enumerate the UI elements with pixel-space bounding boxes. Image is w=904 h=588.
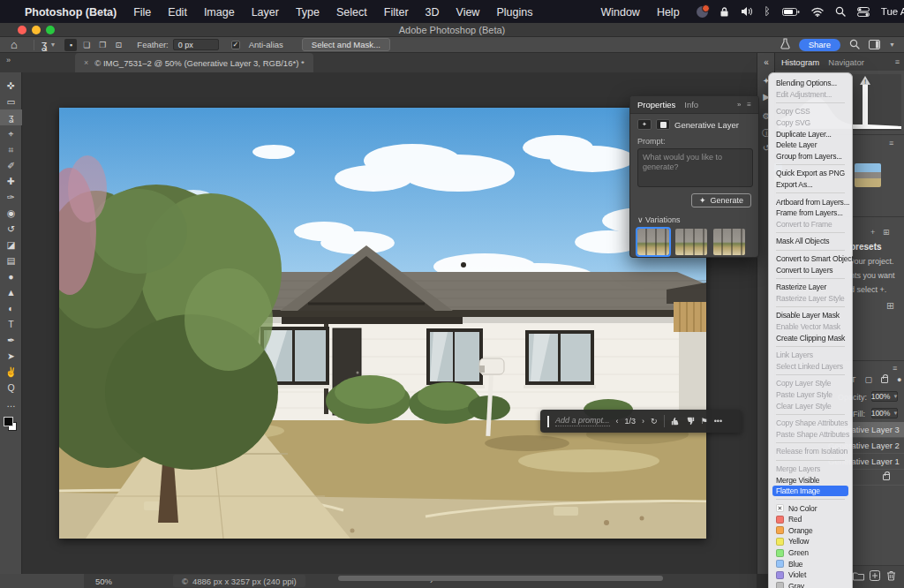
menu-type[interactable]: Type <box>296 6 320 19</box>
variation-thumb-1[interactable] <box>637 229 669 255</box>
lasso-tool-preset-icon[interactable]: ʓ <box>41 39 48 51</box>
crop-tool[interactable]: ⌗ <box>0 141 22 157</box>
spot-healing-tool[interactable]: ✚ <box>0 173 22 189</box>
share-button[interactable]: Share <box>799 39 840 51</box>
document-tab[interactable]: × © IMG_7531–2 @ 50% (Generative Layer 3… <box>75 53 313 72</box>
menu-edit[interactable]: Edit <box>168 6 187 19</box>
layers-panel-menu-icon[interactable]: ≡ <box>893 364 897 373</box>
clone-stamp-tool[interactable]: ◉ <box>0 205 22 221</box>
history-brush-tool[interactable]: ↺ <box>0 221 22 237</box>
tab-navigator[interactable]: Navigator <box>828 57 864 67</box>
menu-help[interactable]: Help <box>657 6 680 19</box>
zoom-tool[interactable]: Q <box>0 380 22 396</box>
hand-tool[interactable]: ✌ <box>0 364 22 380</box>
tab-histogram[interactable]: Histogram <box>781 57 819 67</box>
lasso-tool[interactable]: ʓ <box>0 109 22 125</box>
panel-menu-icon[interactable]: ≡ <box>747 101 751 109</box>
beaker-icon[interactable] <box>780 37 790 53</box>
menu-item-convert-to-smart-object[interactable]: Convert to Smart Object <box>769 253 852 265</box>
add-preset-icon[interactable]: + <box>870 228 875 237</box>
menu-item-mask-all-objects[interactable]: Mask All Objects <box>769 236 852 247</box>
new-selection-mode[interactable]: ▪ <box>64 39 77 51</box>
filter-dot-icon[interactable]: ● <box>897 375 901 384</box>
volume-icon[interactable] <box>741 6 753 17</box>
blur-tool[interactable]: ● <box>0 268 22 284</box>
feather-input[interactable]: 0 px <box>173 39 219 50</box>
grid-view-icon[interactable]: ⊞ <box>886 300 894 312</box>
eraser-tool[interactable]: ◪ <box>0 237 22 253</box>
select-and-mask-button[interactable]: Select and Mask... <box>302 38 390 51</box>
bluetooth-icon[interactable]: ᛒ <box>765 5 771 18</box>
horizontal-scrollbar[interactable] <box>338 576 663 581</box>
tag-violet[interactable]: Violet <box>769 569 852 581</box>
intersect-selection-mode[interactable]: ⊡ <box>112 39 124 51</box>
filter-shape-icon[interactable]: ▢ <box>865 375 873 384</box>
spotlight-search-icon[interactable] <box>835 6 846 17</box>
chevron-down-icon[interactable]: ▼ <box>889 41 895 48</box>
menu-plugins[interactable]: Plugins <box>496 6 532 19</box>
tab-info[interactable]: Info <box>684 100 698 109</box>
foreground-background-colors[interactable] <box>0 415 22 434</box>
close-tab-icon[interactable]: × <box>84 58 88 67</box>
thumbs-down-icon[interactable] <box>686 417 695 426</box>
brush-tool[interactable]: ✑ <box>0 189 22 205</box>
filter-lock-icon[interactable] <box>881 377 888 383</box>
menu-item-rasterize-layer[interactable]: Rasterize Layer <box>769 282 852 293</box>
tag-orange[interactable]: Orange <box>769 525 852 537</box>
tag-green[interactable]: Green <box>769 547 852 559</box>
menu-item-disable-layer-mask[interactable]: Disable Layer Mask <box>769 310 852 321</box>
generative-prompt-textarea[interactable]: What would you like to generate? <box>637 148 753 187</box>
menu-item-flatten-image[interactable]: Flatten Image <box>772 486 848 497</box>
menu-item-group-from-layers[interactable]: Group from Layers... <box>769 151 852 162</box>
chevron-down-icon[interactable]: ▼ <box>49 41 56 48</box>
home-icon[interactable]: ⌂ <box>11 38 18 51</box>
foreground-color-swatch[interactable] <box>4 417 13 426</box>
grid-view-icon[interactable]: ⊞ <box>883 228 890 237</box>
panels-collapse-icon[interactable]: « <box>757 57 775 67</box>
subtract-selection-mode[interactable]: ❐ <box>96 39 109 51</box>
gradient-tool[interactable]: ▤ <box>0 253 22 268</box>
menu-image[interactable]: Image <box>204 6 235 19</box>
menu-layer[interactable]: Layer <box>252 6 279 19</box>
thumbs-up-icon[interactable] <box>671 417 680 426</box>
pen-tool[interactable]: ✒ <box>0 332 22 348</box>
generate-button[interactable]: ✦ Generate <box>691 193 751 207</box>
lock-status-icon[interactable] <box>719 6 729 18</box>
tab-properties[interactable]: Properties <box>637 100 675 109</box>
report-flag-icon[interactable]: ⚑ <box>701 417 708 426</box>
library-thumbnail[interactable] <box>855 163 881 187</box>
path-selection-tool[interactable]: ➤ <box>0 348 22 364</box>
tag-no-color[interactable]: ✕ No Color <box>769 502 852 514</box>
marquee-tool[interactable]: ▭ <box>0 94 22 109</box>
regenerate-icon[interactable]: ↻ <box>651 417 658 426</box>
menu-3d[interactable]: 3D <box>426 6 440 19</box>
eyedropper-tool[interactable]: ✐ <box>0 157 22 173</box>
battery-icon[interactable] <box>782 7 800 17</box>
tag-red[interactable]: Red <box>769 514 852 525</box>
fill-dropdown[interactable]: 100%▼ <box>871 408 898 418</box>
add-selection-mode[interactable]: ❏ <box>80 39 93 51</box>
tag-yellow[interactable]: Yellow <box>769 536 852 547</box>
variation-thumb-2[interactable] <box>675 229 707 255</box>
menu-window[interactable]: Window <box>600 6 639 19</box>
type-tool[interactable]: T <box>0 316 22 332</box>
edit-toolbar-button[interactable]: … <box>0 396 22 411</box>
control-center-icon[interactable] <box>857 7 870 17</box>
panel-menu-icon[interactable]: ≡ <box>895 57 900 66</box>
wifi-icon[interactable] <box>811 7 824 17</box>
search-icon[interactable] <box>849 37 860 53</box>
object-selection-tool[interactable]: ⌖ <box>0 125 22 141</box>
zoom-level[interactable]: 50% <box>95 577 112 586</box>
panel-collapse-icon[interactable]: » <box>737 101 741 109</box>
menu-item-delete-layer[interactable]: Delete Layer <box>769 139 852 151</box>
document-photo[interactable] <box>59 108 706 539</box>
workspace-layout-icon[interactable] <box>869 37 880 53</box>
prompt-input[interactable]: Add a prompt... <box>555 416 610 426</box>
tag-gray[interactable]: Gray <box>769 581 852 588</box>
antialias-checkbox[interactable]: ✓ <box>231 41 240 49</box>
panel-menu-icon[interactable]: ≡ <box>889 139 893 147</box>
menu-item-export-as[interactable]: Export As... <box>769 179 852 191</box>
app-notification-icon[interactable] <box>697 6 708 18</box>
menu-item-create-clipping-mask[interactable]: Create Clipping Mask <box>769 332 852 343</box>
menu-photoshop[interactable]: Photoshop (Beta) <box>25 6 117 19</box>
